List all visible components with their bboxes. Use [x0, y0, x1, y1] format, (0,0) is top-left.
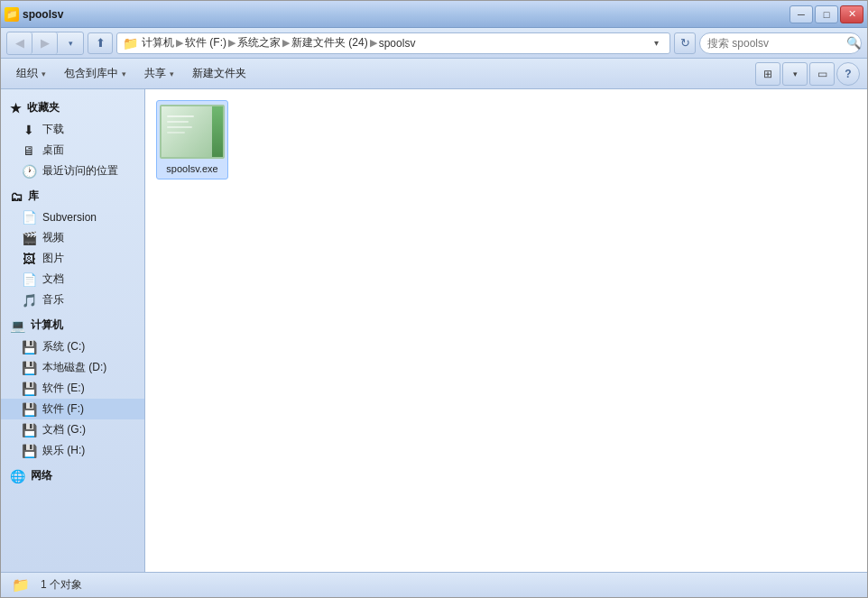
sidebar-favorites-section: ★ 收藏夹 ⬇ 下载 🖥 桌面 🕐 最近访问的位置 — [1, 97, 144, 181]
h-drive-icon: 💾 — [21, 444, 37, 458]
sidebar-library-section: 🗂 库 📄 Subversion 🎬 视频 🖼 图片 📄 文档 — [1, 185, 144, 310]
sidebar-item-pictures[interactable]: 🖼 图片 — [1, 248, 144, 269]
new-folder-button[interactable]: 新建文件夹 — [184, 62, 254, 86]
sidebar-computer-header[interactable]: 💻 计算机 — [1, 314, 144, 336]
music-icon: 🎵 — [21, 293, 37, 308]
dropdown-button[interactable]: ▾ — [58, 32, 83, 54]
sidebar-item-c-drive[interactable]: 💾 系统 (C:) — [1, 336, 144, 357]
breadcrumb-folder1[interactable]: 系统之家 — [237, 35, 281, 51]
favorites-star-icon: ★ — [10, 101, 22, 115]
sidebar-item-f-drive[interactable]: 💾 软件 (F:) — [1, 399, 144, 419]
sidebar-item-g-drive[interactable]: 💾 文档 (G:) — [1, 419, 144, 440]
share-button[interactable]: 共享 ▾ — [136, 62, 182, 86]
sidebar-item-subversion[interactable]: 📄 Subversion — [1, 207, 144, 227]
svg-rect-5 — [212, 106, 225, 159]
c-drive-icon: 💾 — [21, 340, 37, 354]
svg-rect-1 — [167, 115, 194, 117]
d-drive-icon: 💾 — [21, 361, 37, 375]
sidebar-network-header[interactable]: 🌐 网络 — [1, 465, 144, 487]
breadcrumb-computer[interactable]: 计算机 — [142, 35, 174, 51]
sidebar-item-documents[interactable]: 📄 文档 — [1, 269, 144, 290]
sidebar: ★ 收藏夹 ⬇ 下载 🖥 桌面 🕐 最近访问的位置 — [1, 89, 145, 572]
maximize-button[interactable]: □ — [815, 5, 838, 23]
address-bar: ◀ ▶ ▾ ⬆ 📁 计算机 ▶ 软件 (F:) ▶ 系统之家 ▶ 新建文件夹 (… — [1, 28, 867, 59]
svg-rect-3 — [167, 126, 192, 128]
g-drive-icon: 💾 — [21, 423, 37, 437]
share-dropdown-icon: ▾ — [170, 69, 174, 78]
breadcrumb-folder2[interactable]: 新建文件夹 (24) — [291, 35, 368, 51]
download-icon: ⬇ — [21, 123, 37, 137]
pictures-icon: 🖼 — [21, 252, 37, 266]
organize-dropdown-icon: ▾ — [42, 69, 46, 78]
forward-button[interactable]: ▶ — [32, 32, 58, 54]
window-icon: 📁 — [5, 7, 19, 22]
f-drive-icon: 💾 — [21, 402, 37, 417]
back-button[interactable]: ◀ — [7, 32, 32, 54]
title-buttons: ─ □ ✕ — [790, 5, 863, 23]
toolbar: 组织 ▾ 包含到库中 ▾ 共享 ▾ 新建文件夹 ⊞ ▾ ▭ ? — [1, 59, 867, 89]
include-dropdown-icon: ▾ — [122, 69, 126, 78]
sidebar-item-h-drive[interactable]: 💾 娱乐 (H:) — [1, 440, 144, 461]
sidebar-item-music[interactable]: 🎵 音乐 — [1, 290, 144, 310]
title-bar: 📁 spoolsv ─ □ ✕ — [1, 1, 867, 28]
up-button[interactable]: ⬆ — [88, 32, 113, 54]
file-item-spoolsv[interactable]: spoolsv.exe — [156, 100, 228, 179]
exe-icon — [160, 105, 225, 159]
address-dropdown-arrow[interactable]: ▾ — [648, 32, 664, 54]
explorer-window: 📁 spoolsv ─ □ ✕ ◀ ▶ ▾ ⬆ 📁 计算机 ▶ 软件 (F:) … — [0, 0, 868, 598]
subversion-icon: 📄 — [21, 210, 37, 225]
search-box[interactable]: 🔍 — [699, 32, 862, 54]
organize-button[interactable]: 组织 ▾ — [8, 62, 54, 86]
close-button[interactable]: ✕ — [840, 5, 863, 23]
video-icon: 🎬 — [21, 231, 37, 245]
breadcrumb: 计算机 ▶ 软件 (F:) ▶ 系统之家 ▶ 新建文件夹 (24) ▶ spoo… — [142, 35, 644, 51]
file-grid: spoolsv.exe — [156, 100, 856, 179]
network-icon: 🌐 — [10, 469, 25, 483]
file-area: spoolsv.exe — [145, 89, 867, 572]
sidebar-item-d-drive[interactable]: 💾 本地磁盘 (D:) — [1, 357, 144, 378]
main-area: ★ 收藏夹 ⬇ 下载 🖥 桌面 🕐 最近访问的位置 — [1, 89, 867, 572]
title-bar-left: 📁 spoolsv — [5, 7, 63, 22]
breadcrumb-drive[interactable]: 软件 (F:) — [185, 35, 226, 51]
desktop-icon: 🖥 — [21, 143, 37, 158]
documents-icon: 📄 — [21, 272, 37, 287]
exe-icon-main — [162, 106, 212, 157]
change-view-button[interactable]: ⊞ — [755, 62, 780, 86]
include-library-button[interactable]: 包含到库中 ▾ — [56, 62, 134, 86]
library-icon: 🗂 — [10, 189, 23, 204]
svg-rect-4 — [167, 132, 185, 133]
sidebar-item-desktop[interactable]: 🖥 桌面 — [1, 140, 144, 161]
path-folder-icon: 📁 — [123, 36, 138, 51]
status-folder-icon: 📁 — [12, 576, 30, 593]
preview-pane-button[interactable]: ▭ — [809, 62, 835, 86]
breadcrumb-current[interactable]: spoolsv — [379, 37, 416, 50]
refresh-button[interactable]: ↻ — [674, 32, 696, 54]
sidebar-item-e-drive[interactable]: 💾 软件 (E:) — [1, 378, 144, 399]
sidebar-computer-section: 💻 计算机 💾 系统 (C:) 💾 本地磁盘 (D:) 💾 软件 (E:) 💾 — [1, 314, 144, 461]
view-buttons: ⊞ ▾ ▭ ? — [755, 62, 860, 86]
view-dropdown-button[interactable]: ▾ — [782, 62, 808, 86]
computer-icon: 💻 — [10, 318, 25, 333]
search-icon: 🔍 — [846, 36, 861, 50]
sidebar-library-header[interactable]: 🗂 库 — [1, 185, 144, 207]
search-input[interactable] — [707, 37, 843, 50]
sidebar-item-download[interactable]: ⬇ 下载 — [1, 119, 144, 140]
nav-buttons: ◀ ▶ ▾ — [6, 32, 84, 55]
minimize-button[interactable]: ─ — [790, 5, 813, 23]
exe-icon-sidebar — [212, 106, 225, 157]
svg-rect-2 — [167, 121, 189, 123]
sidebar-favorites-header[interactable]: ★ 收藏夹 — [1, 97, 144, 119]
sidebar-item-video[interactable]: 🎬 视频 — [1, 227, 144, 248]
sidebar-network-section: 🌐 网络 — [1, 465, 144, 487]
status-bar: 📁 1 个对象 — [1, 572, 867, 597]
help-button[interactable]: ? — [836, 62, 860, 86]
window-title: spoolsv — [23, 8, 63, 21]
address-path[interactable]: 📁 计算机 ▶ 软件 (F:) ▶ 系统之家 ▶ 新建文件夹 (24) ▶ sp… — [116, 32, 670, 54]
recent-icon: 🕐 — [21, 164, 37, 179]
sidebar-item-recent[interactable]: 🕐 最近访问的位置 — [1, 161, 144, 181]
file-thumbnail — [160, 105, 225, 159]
file-name: spoolsv.exe — [166, 162, 217, 175]
status-count: 1 个对象 — [41, 577, 82, 593]
e-drive-icon: 💾 — [21, 382, 37, 396]
